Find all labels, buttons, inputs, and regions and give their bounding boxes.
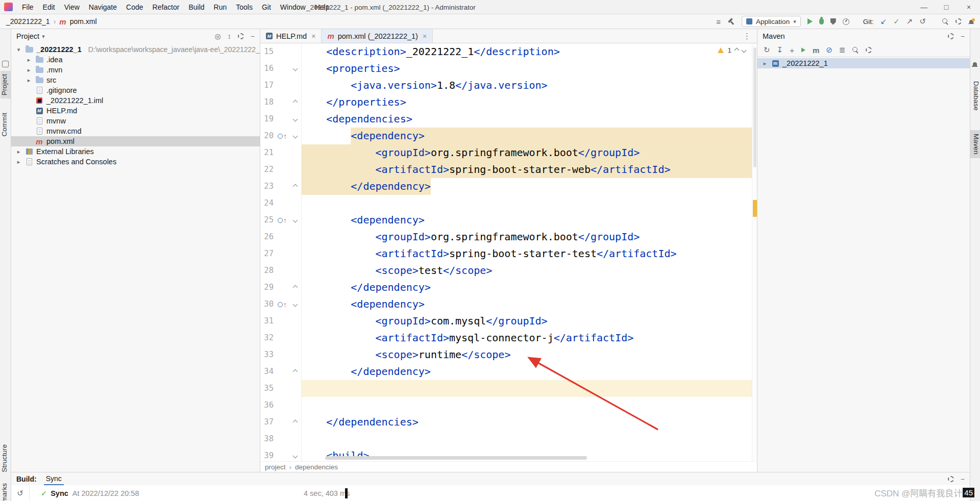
git-push-icon[interactable]: ↗ <box>906 17 913 26</box>
maven-settings-gear-icon[interactable] <box>866 47 872 53</box>
execute-goal-icon[interactable]: m <box>813 46 819 55</box>
chevron-right-icon[interactable]: ▸ <box>26 57 32 63</box>
code-line[interactable]: 24 <box>260 195 757 212</box>
code-line[interactable]: 36 <box>260 397 757 414</box>
run-maven-icon[interactable] <box>801 47 805 53</box>
menu-git[interactable]: Git <box>258 2 275 13</box>
panel-settings-gear-icon[interactable] <box>238 33 244 39</box>
code-line-caret[interactable]: 35 <box>260 380 757 397</box>
tree-item-mvn[interactable]: ▸ .mvn <box>11 65 260 75</box>
tree-item-external-libraries[interactable]: ▸ External Libraries <box>11 146 260 157</box>
tree-item-idea[interactable]: ▸ .idea <box>11 55 260 65</box>
code-line[interactable]: 31 <groupId>com.mysql</groupId> <box>260 313 757 330</box>
code-line[interactable]: 33 <scope>runtime</scope> <box>260 346 757 363</box>
maven-override-icon[interactable]: ↑ <box>278 302 287 307</box>
menu-navigate[interactable]: Navigate <box>85 2 121 13</box>
settings-gear-icon[interactable] <box>955 18 962 24</box>
line-number[interactable]: 19 <box>260 111 274 128</box>
build-tab-sync[interactable]: Sync <box>44 472 64 485</box>
fold-marker[interactable] <box>291 296 302 313</box>
line-number[interactable]: 26 <box>260 229 274 245</box>
panel-settings-gear-icon[interactable] <box>948 33 954 39</box>
code-line[interactable]: 25↑ <dependency> <box>260 212 757 229</box>
fold-marker[interactable] <box>291 178 302 195</box>
inspection-widget[interactable]: 1 <box>718 46 746 54</box>
horizontal-scrollbar-thumb[interactable] <box>325 456 587 460</box>
tab-help-md[interactable]: M HELP.md × <box>260 29 322 43</box>
build-status-title[interactable]: Sync <box>51 489 68 497</box>
fold-marker[interactable] <box>291 212 302 229</box>
tree-item-src[interactable]: ▸ src <box>11 75 260 85</box>
fold-marker[interactable] <box>291 60 302 77</box>
tree-item-gitignore[interactable]: .gitignore <box>11 85 260 95</box>
fold-marker[interactable] <box>291 279 302 296</box>
panel-settings-gear-icon[interactable] <box>948 476 954 482</box>
menu-window[interactable]: Window <box>276 2 310 13</box>
code-line[interactable]: 29 </dependency> <box>260 279 757 296</box>
close-button[interactable]: × <box>958 0 980 14</box>
search-everywhere-icon[interactable] <box>942 18 949 25</box>
chevron-right-icon[interactable]: ▸ <box>26 77 32 84</box>
code-line[interactable]: 17 <java.version>1.8</java.version> <box>260 77 757 94</box>
menu-build[interactable]: Build <box>184 2 208 13</box>
download-sources-icon[interactable]: ↧ <box>777 45 783 55</box>
warning-stripe-mark[interactable] <box>753 200 757 217</box>
stripe-tab-commit[interactable]: Commit <box>1 110 11 140</box>
code-line[interactable]: 26 <groupId>org.springframework.boot</gr… <box>260 229 757 245</box>
code-line[interactable]: 32 <artifactId>mysql-connector-j</artifa… <box>260 330 757 346</box>
line-number[interactable]: 34 <box>260 363 274 380</box>
code-line[interactable]: 21 <groupId>org.springframework.boot</gr… <box>260 144 757 161</box>
stripe-tab-project[interactable]: Project <box>1 71 11 98</box>
menu-edit[interactable]: Edit <box>39 2 59 13</box>
tab-pom-xml[interactable]: m pom.xml (_20221222_1) × <box>322 29 433 43</box>
code-line[interactable]: 19 <dependencies> <box>260 111 757 128</box>
line-number[interactable]: 35 <box>260 380 274 397</box>
code-line[interactable]: 20↑ <dependency> <box>260 128 757 144</box>
maven-override-icon[interactable]: ↑ <box>278 134 287 139</box>
reload-projects-icon[interactable]: ↻ <box>764 45 770 55</box>
line-number[interactable]: 21 <box>260 144 274 161</box>
tab-options-kebab-icon[interactable]: ⋮ <box>737 32 757 41</box>
line-number[interactable]: 18 <box>260 94 274 111</box>
tree-item-mvnw[interactable]: mvnw <box>11 116 260 126</box>
todo-list-icon[interactable]: ≡ <box>716 17 721 26</box>
project-stripe-icon[interactable] <box>2 61 9 67</box>
code-line[interactable]: 34 </dependency> <box>260 363 757 380</box>
code-line[interactable]: 27 <artifactId>spring-boot-starter-test<… <box>260 245 757 262</box>
line-number[interactable]: 16 <box>260 60 274 77</box>
close-tab-icon[interactable]: × <box>423 32 427 40</box>
refresh-sync-icon[interactable]: ↺ <box>17 489 23 498</box>
line-number[interactable]: 27 <box>260 245 274 262</box>
menu-run[interactable]: Run <box>210 2 231 13</box>
breadcrumb-project-tag[interactable]: project <box>265 463 286 471</box>
breadcrumb-project[interactable]: _20221222_1 <box>6 17 50 26</box>
line-number[interactable]: 31 <box>260 313 274 330</box>
git-history-icon[interactable]: ↺ <box>919 17 926 26</box>
git-update-icon[interactable]: ↙ <box>880 17 887 26</box>
menu-file[interactable]: File <box>18 2 38 13</box>
line-number[interactable]: 17 <box>260 77 274 94</box>
line-number[interactable]: 32 <box>260 330 274 346</box>
git-commit-icon[interactable]: ✓ <box>893 17 900 26</box>
maximize-button[interactable]: □ <box>935 0 958 14</box>
chevron-right-icon[interactable]: ▸ <box>26 67 32 73</box>
notifications-stripe-icon[interactable] <box>972 61 978 67</box>
run-configuration-select[interactable]: Application ▾ <box>742 16 801 27</box>
locate-file-icon[interactable]: ◎ <box>215 32 221 40</box>
vertical-scrollbar-thumb[interactable] <box>753 47 756 167</box>
code-line[interactable]: 22 <artifactId>spring-boot-starter-web</… <box>260 161 757 178</box>
stripe-tab-database[interactable]: Database <box>970 78 980 114</box>
maven-override-icon[interactable]: ↑ <box>278 218 287 223</box>
line-number[interactable]: 20 <box>260 128 274 144</box>
stripe-tab-bookmarks[interactable]: Bookmarks <box>1 480 11 501</box>
search-icon[interactable] <box>852 46 859 54</box>
breadcrumb-pom-xml[interactable]: pom.xml <box>70 17 97 26</box>
hide-panel-icon[interactable]: − <box>961 32 965 40</box>
chevron-right-icon[interactable]: ▸ <box>15 148 22 155</box>
line-number[interactable]: 36 <box>260 397 274 414</box>
line-number[interactable]: 15 <box>260 43 274 60</box>
notifications-bell-icon[interactable] <box>968 18 975 25</box>
editor-error-stripe[interactable] <box>752 43 757 461</box>
code-line[interactable]: 38 <box>260 431 757 447</box>
code-line[interactable]: 28 <scope>test</scope> <box>260 262 757 279</box>
